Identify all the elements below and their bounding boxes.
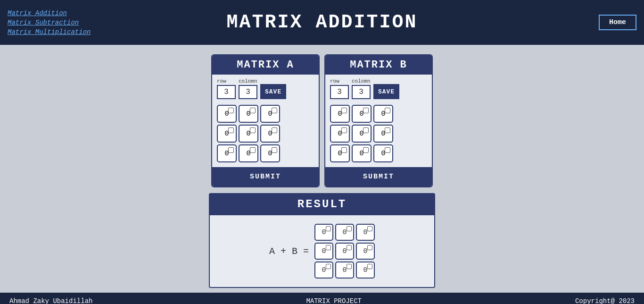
result-cell-0-0: 0 — [314, 224, 333, 241]
matrix-a-row-2 — [217, 144, 280, 162]
matrix-a-cell-0-0 — [217, 105, 237, 123]
matrix-a-cell-1-1 — [239, 125, 258, 143]
result-title: RESULT — [209, 193, 435, 215]
matrix-a-row-input[interactable] — [217, 85, 236, 99]
matrix-a-cell-2-2 — [260, 144, 280, 162]
matrix-b-input-1-2[interactable] — [374, 126, 392, 142]
matrix-b-cell-2-0 — [330, 144, 350, 162]
matrix-b-submit-button[interactable]: SUBMIT — [325, 167, 432, 186]
matrix-a-input-0-0[interactable] — [218, 106, 236, 122]
result-cell-0-2: 0 — [356, 224, 375, 241]
matrix-b-grid — [325, 103, 432, 167]
matrix-a-cell-0-2 — [260, 105, 280, 123]
result-grid: 0 0 0 0 0 0 0 0 0 — [314, 224, 375, 279]
matrix-b-input-2-2[interactable] — [374, 145, 392, 161]
matrix-b-col-label-group: colomn — [352, 78, 371, 99]
result-cell-1-1: 0 — [335, 243, 354, 260]
matrix-b-cell-0-0 — [330, 105, 350, 123]
matrix-a-cell-1-2 — [260, 125, 280, 143]
matrix-a-input-2-2[interactable] — [261, 145, 279, 161]
matrix-b-input-1-1[interactable] — [353, 126, 371, 142]
matrix-a-cell-0-1 — [239, 105, 258, 123]
result-row-0: 0 0 0 — [314, 224, 375, 241]
matrix-a-title: MATRIX A — [212, 55, 319, 75]
matrix-a-submit-button[interactable]: SUBMIT — [212, 167, 319, 186]
matrices-row: MATRIX A row colomn SAVE — [211, 54, 433, 187]
matrix-a-input-0-2[interactable] — [261, 106, 279, 122]
result-formula: A + B = — [269, 246, 309, 257]
matrix-b-cell-0-1 — [352, 105, 372, 123]
matrix-b-cell-1-2 — [373, 125, 393, 143]
matrix-b-col-input[interactable] — [352, 85, 371, 99]
footer-project: MATRIX PROJECT — [306, 297, 362, 304]
matrix-a-input-1-0[interactable] — [218, 126, 236, 142]
matrix-b-cell-1-1 — [352, 125, 372, 143]
matrix-b-cell-2-2 — [373, 144, 393, 162]
nav-link-multiplication[interactable]: Matrix Multiplication — [8, 28, 91, 36]
matrix-b-input-0-2[interactable] — [374, 106, 392, 122]
result-body: A + B = 0 0 0 0 0 0 0 0 0 — [209, 215, 435, 288]
matrix-b-row-label: row — [330, 78, 349, 84]
result-row-2: 0 0 0 — [314, 262, 375, 279]
matrix-a-input-1-2[interactable] — [261, 126, 279, 142]
matrix-a-cell-2-0 — [217, 144, 237, 162]
matrix-a-input-1-1[interactable] — [239, 126, 257, 142]
matrix-a-grid — [212, 103, 319, 167]
matrix-a-card: MATRIX A row colomn SAVE — [211, 54, 320, 187]
footer-author: Ahmad Zaky Ubaidillah — [9, 297, 92, 304]
result-cell-2-0: 0 — [314, 262, 333, 279]
matrix-a-controls: row colomn SAVE — [212, 75, 319, 103]
matrix-b-save-button[interactable]: SAVE — [373, 84, 399, 99]
matrix-b-input-1-0[interactable] — [331, 126, 349, 142]
matrix-b-cell-0-2 — [373, 105, 393, 123]
matrix-a-row-label: row — [217, 78, 236, 84]
matrix-a-save-button[interactable]: SAVE — [260, 84, 286, 99]
matrix-b-controls: row colomn SAVE — [325, 75, 432, 103]
header: Matrix Addition Matrix Subtraction Matri… — [0, 0, 644, 45]
matrix-a-col-label: colomn — [239, 78, 257, 84]
matrix-a-input-2-1[interactable] — [239, 145, 257, 161]
matrix-b-input-0-1[interactable] — [353, 106, 371, 122]
matrix-b-input-0-0[interactable] — [331, 106, 349, 122]
matrix-b-row-1 — [330, 125, 393, 143]
matrix-b-cell-1-0 — [330, 125, 350, 143]
matrix-b-input-2-0[interactable] — [331, 145, 349, 161]
matrix-b-title: MATRIX B — [325, 55, 432, 75]
result-cell-2-1: 0 — [335, 262, 354, 279]
matrix-b-row-input[interactable] — [330, 85, 349, 99]
main-content: MATRIX A row colomn SAVE — [0, 45, 644, 293]
matrix-b-card: MATRIX B row colomn SAVE — [324, 54, 433, 187]
result-cell-2-2: 0 — [356, 262, 375, 279]
page-title: MATRIX ADDITION — [226, 12, 417, 33]
footer-copyright: Copyright@ 2023 — [575, 297, 635, 304]
result-section: RESULT A + B = 0 0 0 0 0 0 0 0 0 — [209, 193, 435, 288]
footer: Ahmad Zaky Ubaidillah MATRIX PROJECT Cop… — [0, 293, 644, 304]
result-cell-1-2: 0 — [356, 243, 375, 260]
nav-links: Matrix Addition Matrix Subtraction Matri… — [8, 9, 91, 36]
matrix-a-col-label-group: colomn — [239, 78, 257, 99]
matrix-a-input-0-1[interactable] — [239, 106, 257, 122]
matrix-b-row-2 — [330, 144, 393, 162]
matrix-a-cell-2-1 — [239, 144, 258, 162]
result-cell-0-1: 0 — [335, 224, 354, 241]
nav-link-addition[interactable]: Matrix Addition — [8, 9, 91, 17]
home-button[interactable]: Home — [599, 15, 636, 30]
matrix-a-row-1 — [217, 125, 280, 143]
matrix-b-row-label-group: row — [330, 78, 349, 99]
matrix-a-col-input[interactable] — [239, 85, 257, 99]
matrix-b-input-2-1[interactable] — [353, 145, 371, 161]
matrix-a-cell-1-0 — [217, 125, 237, 143]
nav-link-subtraction[interactable]: Matrix Subtraction — [8, 19, 91, 26]
matrix-b-cell-2-1 — [352, 144, 372, 162]
result-cell-1-0: 0 — [314, 243, 333, 260]
matrix-a-row-label-group: row — [217, 78, 236, 99]
result-row-1: 0 0 0 — [314, 243, 375, 260]
matrix-b-row-0 — [330, 105, 393, 123]
matrix-a-row-0 — [217, 105, 280, 123]
matrix-b-col-label: colomn — [352, 78, 371, 84]
matrix-a-input-2-0[interactable] — [218, 145, 236, 161]
